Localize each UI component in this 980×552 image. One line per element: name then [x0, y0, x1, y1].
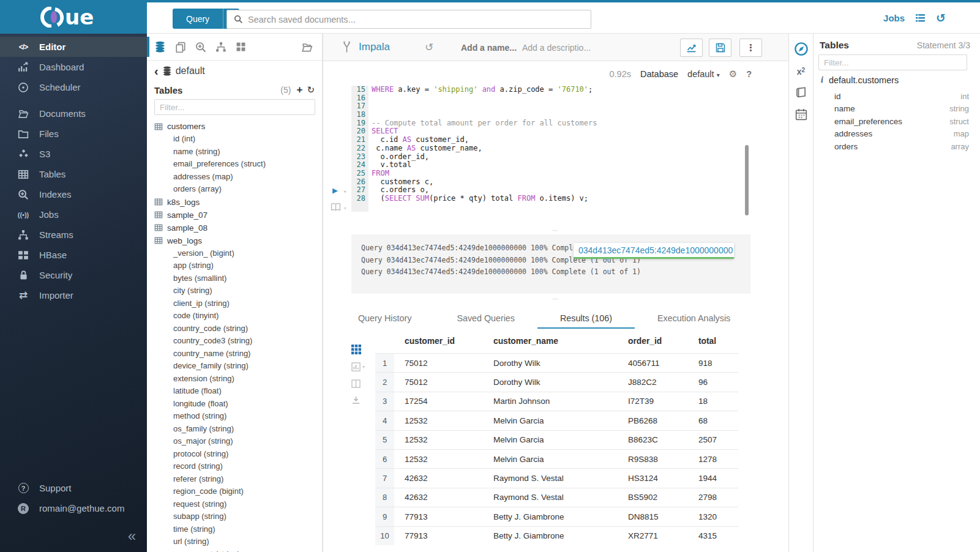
table-cell[interactable]: 96 — [688, 378, 738, 387]
table-cell[interactable]: Raymond S. Vestal — [483, 493, 618, 502]
editor-scrollbar[interactable] — [745, 145, 749, 215]
row-number[interactable]: 1 — [375, 354, 394, 372]
hue-logo[interactable]: ue — [0, 0, 147, 34]
tree-table-sample-08[interactable]: sample_08 — [154, 222, 322, 234]
tree-column[interactable]: subapp (string) — [154, 510, 322, 523]
tree-column[interactable]: request (string) — [154, 498, 322, 511]
tree-column[interactable]: addresses (map) — [154, 171, 322, 184]
engine-name[interactable]: Impala — [359, 41, 390, 53]
active-table-name[interactable]: default.customers — [829, 75, 899, 85]
code-line[interactable]: 24 v.total — [351, 161, 776, 170]
sidebar-item-hbase[interactable]: HBase — [0, 245, 147, 265]
table-cell[interactable]: 42632 — [394, 493, 483, 502]
columns-view-icon[interactable] — [351, 379, 365, 388]
run-query-button[interactable]: ▶ — [332, 186, 338, 195]
tree-column[interactable]: country_code3 (string) — [154, 335, 322, 348]
code-line[interactable]: 28 (SELECT SUM(price * qty) total FROM o… — [351, 195, 776, 203]
table-cell[interactable]: DN8815 — [618, 512, 688, 521]
table-row[interactable]: 1077913Betty J. GiambroneXR27714315 — [375, 526, 738, 545]
sidebar-item-s3[interactable]: S3 — [0, 144, 147, 164]
table-cell[interactable]: Betty J. Giambrone — [483, 531, 618, 540]
row-number[interactable]: 5 — [375, 431, 394, 449]
row-number[interactable]: 7 — [375, 469, 394, 487]
schema-column-name[interactable]: namestring — [834, 103, 969, 116]
tree-column[interactable]: os_major (string) — [154, 435, 322, 448]
table-cell[interactable]: Melvin Garcia — [483, 455, 618, 464]
apps-grid-icon[interactable] — [236, 42, 246, 52]
refresh-icon[interactable]: ↻ — [307, 84, 315, 95]
add-table-icon[interactable]: + — [296, 84, 302, 96]
sidebar-footer-romain-gethue-com[interactable]: Rromain@gethue.com — [0, 498, 147, 518]
code-line[interactable]: 17 — [351, 102, 776, 111]
table-cell[interactable]: 77913 — [394, 512, 483, 521]
table-row[interactable]: 842632Raymond S. VestalBS59022798 — [375, 488, 738, 507]
tree-column[interactable]: client_ip (string) — [154, 297, 322, 310]
tree-column[interactable]: id (int) — [154, 133, 322, 146]
tree-column[interactable]: protocol (string) — [154, 448, 322, 461]
code-line[interactable]: 21 c.id AS customer_id, — [351, 136, 776, 144]
language-reference-book-icon[interactable] — [795, 87, 807, 98]
jobs-list-icon[interactable] — [915, 13, 926, 23]
query-description-field[interactable]: Add a descriptio... — [522, 43, 591, 53]
grid-view-icon[interactable] — [351, 345, 365, 354]
sidebar-item-editor[interactable]: </>Editor — [0, 37, 147, 57]
info-icon[interactable]: i — [821, 75, 823, 85]
explain-options-caret-icon[interactable]: ▾ — [343, 205, 346, 211]
table-cell[interactable]: 12532 — [394, 416, 483, 425]
code-line[interactable]: 15WHERE a.key = 'shipping' and a.zip_cod… — [351, 86, 776, 94]
table-cell[interactable]: 18 — [688, 397, 738, 406]
run-options-caret-icon[interactable]: ▾ — [343, 188, 346, 195]
code-line[interactable]: 22 c.name AS customer_name, — [351, 144, 776, 153]
tab-saved-queries[interactable]: Saved Queries — [434, 309, 537, 329]
table-cell[interactable]: 12532 — [394, 455, 483, 464]
table-row[interactable]: 317254Martin JohnsonI72T3918 — [375, 392, 738, 411]
table-cell[interactable]: Melvin Garcia — [483, 416, 618, 425]
tree-column[interactable]: latitude (float) — [154, 385, 322, 398]
sidebar-item-jobs[interactable]: ((•))Jobs — [0, 204, 147, 225]
table-cell[interactable]: HS3124 — [618, 474, 688, 483]
tree-column[interactable]: country_code (string) — [154, 323, 322, 335]
tree-column[interactable]: orders (array) — [154, 183, 322, 196]
tree-column[interactable]: city (string) — [154, 285, 322, 297]
table-cell[interactable]: Betty J. Giambrone — [483, 512, 618, 521]
table-cell[interactable]: 17254 — [394, 397, 483, 406]
tree-column[interactable]: code (tinyint) — [154, 310, 322, 323]
table-cell[interactable]: 1320 — [688, 512, 738, 521]
table-row[interactable]: 977913Betty J. GiambroneDN88151320 — [375, 507, 738, 526]
tree-column[interactable]: referer (string) — [154, 473, 322, 486]
row-number[interactable]: 9 — [375, 507, 394, 526]
tree-column[interactable]: os_family (string) — [154, 423, 322, 436]
table-cell[interactable]: Martin Johnson — [483, 397, 618, 406]
tree-table-k8s-logs[interactable]: k8s_logs — [154, 196, 322, 209]
sidebar-item-indexes[interactable]: Indexes — [0, 184, 147, 204]
history-icon[interactable]: ↺ — [936, 11, 946, 25]
table-cell[interactable]: Dorothy Wilk — [483, 378, 618, 387]
table-row[interactable]: 742632Raymond S. VestalHS31241944 — [375, 468, 738, 487]
functions-icon[interactable]: x2 — [797, 67, 805, 76]
sidebar-item-files[interactable]: Files — [0, 124, 147, 144]
tree-column[interactable]: name (string) — [154, 146, 322, 159]
tree-column[interactable]: longitude (float) — [154, 398, 322, 411]
sidebar-item-documents[interactable]: Documents — [0, 103, 147, 124]
database-select[interactable]: default ▾ — [687, 69, 720, 79]
tree-column[interactable]: device_family (string) — [154, 360, 322, 373]
active-table-row[interactable]: i default.customers — [821, 75, 899, 85]
table-cell[interactable]: 1278 — [688, 455, 738, 464]
table-cell[interactable]: J882C2 — [618, 378, 688, 387]
table-cell[interactable]: 75012 — [394, 378, 483, 387]
tree-column[interactable]: method (string) — [154, 410, 322, 423]
table-cell[interactable]: XR2771 — [618, 531, 688, 540]
table-cell[interactable]: Melvin Garcia — [483, 435, 618, 444]
sidebar-item-tables[interactable]: Tables — [0, 164, 147, 184]
databases-icon[interactable] — [154, 41, 166, 53]
back-icon[interactable]: ‹ — [154, 66, 159, 76]
column-header-order-id[interactable]: order_id — [618, 337, 688, 346]
code-line[interactable]: 25FROM — [351, 170, 776, 178]
table-cell[interactable]: 42632 — [394, 474, 483, 483]
query-id-link[interactable]: 034d413ec7474ed5:4249de1000000000 — [574, 243, 734, 259]
chart-view-icon[interactable]: ▾ — [351, 362, 365, 371]
schema-column-addresses[interactable]: addressesmap — [834, 128, 969, 141]
sidebar-item-streams[interactable]: Streams — [0, 225, 147, 245]
tree-column[interactable]: bytes (smallint) — [154, 272, 322, 285]
sidebar-item-importer[interactable]: ⇄Importer — [0, 285, 147, 305]
